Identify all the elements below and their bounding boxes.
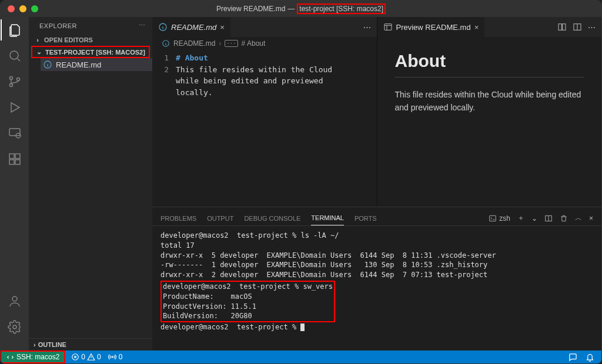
chevron-right-icon: ›: [34, 36, 42, 43]
status-bar: SSH: macos2 0 0 0: [1, 350, 601, 363]
activity-source-control[interactable]: [1, 75, 29, 89]
preview-heading: About: [395, 51, 584, 77]
new-terminal-icon[interactable]: ＋: [517, 213, 524, 223]
text-icon: ···: [225, 40, 238, 47]
panel-tab-terminal[interactable]: TERMINAL: [311, 211, 344, 225]
branch-icon: [8, 75, 22, 89]
svg-point-1: [10, 77, 13, 80]
files-icon: [8, 23, 22, 37]
play-icon: [8, 100, 22, 114]
search-icon: [8, 49, 22, 63]
line-gutter: 1 2: [152, 52, 176, 204]
terminal-highlight: developer@macos2 test-project % sw_vers …: [160, 281, 335, 322]
editor-tabs: README.md × ⋯: [152, 17, 377, 37]
activity-remote-explorer[interactable]: [1, 126, 29, 140]
terminal-prompt: developer@macos2 test-project %: [160, 323, 300, 331]
line-number: 1: [152, 52, 169, 64]
bell-icon[interactable]: [586, 353, 594, 362]
terminal-text: developer@macos2 test-project % ls -lA ~…: [160, 231, 496, 279]
preview-icon: [383, 22, 393, 32]
bottom-panel: PROBLEMS OUTPUT DEBUG CONSOLE TERMINAL P…: [152, 207, 601, 350]
more-icon[interactable]: ⋯: [588, 23, 596, 32]
line-number: 2: [152, 64, 169, 76]
svg-rect-6: [9, 154, 14, 159]
tab-label: Preview README.md: [396, 23, 471, 32]
code-editor[interactable]: 1 2 # About This file resides within the…: [152, 50, 377, 207]
editor-pane: README.md × ⋯ README.md › ··· # About: [152, 17, 377, 207]
breadcrumb-symbol: # About: [242, 39, 266, 48]
tab-preview[interactable]: Preview README.md ×: [377, 17, 486, 37]
terminal-shell-selector[interactable]: zsh: [489, 214, 510, 223]
file-name: README.md: [56, 60, 101, 69]
window-minimize-dot[interactable]: [19, 5, 26, 12]
remote-icon: [8, 126, 22, 140]
svg-rect-15: [384, 24, 392, 31]
project-section[interactable]: ⌄ TEST-PROJECT [SSH: MACOS2]: [31, 46, 150, 58]
status-remote-host[interactable]: SSH: macos2: [2, 352, 64, 362]
info-icon: [158, 22, 168, 32]
tab-label: README.md: [171, 23, 216, 32]
minimap[interactable]: [353, 52, 377, 204]
activity-explorer[interactable]: [1, 23, 29, 37]
activity-extensions[interactable]: [1, 152, 29, 166]
outline-label: OUTLINE: [38, 341, 66, 348]
svg-point-22: [112, 356, 113, 358]
close-icon[interactable]: ×: [220, 23, 225, 32]
feedback-icon[interactable]: [568, 353, 577, 362]
terminal-cursor: [300, 323, 305, 331]
explorer-sidebar: EXPLORER ⋯ › OPEN EDITORS ⌄ TEST-PROJECT…: [29, 17, 152, 350]
window-title: Preview README.md — test-project [SSH: m…: [216, 4, 386, 14]
panel-tab-ports[interactable]: PORTS: [354, 211, 377, 225]
activity-run-debug[interactable]: [1, 100, 29, 114]
activity-bar: [1, 17, 29, 350]
gear-icon: [8, 320, 22, 334]
outline-section[interactable]: › OUTLINE: [29, 338, 152, 350]
tab-readme[interactable]: README.md ×: [152, 17, 231, 37]
file-row-readme[interactable]: README.md: [41, 58, 152, 71]
svg-point-10: [12, 296, 17, 301]
project-label: TEST-PROJECT [SSH: MACOS2]: [45, 49, 145, 56]
more-icon[interactable]: ⋯: [363, 23, 371, 32]
code-line: # About: [176, 53, 208, 62]
panel-tab-debug[interactable]: DEBUG CONSOLE: [244, 211, 300, 225]
terminal-output[interactable]: developer@macos2 test-project % ls -lA ~…: [152, 226, 601, 350]
shell-label: zsh: [499, 214, 510, 223]
layout-icon[interactable]: [573, 22, 582, 32]
close-panel-icon[interactable]: ×: [589, 214, 593, 223]
split-icon[interactable]: [557, 22, 567, 32]
status-ports[interactable]: 0: [108, 353, 123, 361]
info-icon: [162, 39, 170, 48]
radio-icon: [108, 353, 116, 361]
panel-tab-problems[interactable]: PROBLEMS: [160, 211, 196, 225]
window-zoom-dot[interactable]: [31, 5, 38, 12]
svg-rect-19: [490, 215, 496, 221]
breadcrumbs[interactable]: README.md › ··· # About: [152, 37, 377, 50]
svg-point-11: [13, 325, 16, 329]
svg-rect-4: [9, 129, 20, 136]
preview-tabs: Preview README.md × ⋯: [377, 17, 602, 37]
panel-tab-output[interactable]: OUTPUT: [207, 211, 233, 225]
activity-search[interactable]: [1, 49, 29, 63]
svg-rect-7: [9, 160, 14, 164]
maximize-panel-icon[interactable]: ︿: [575, 213, 582, 223]
code-content[interactable]: # About This file resides within the Clo…: [176, 52, 353, 204]
window-close-dot[interactable]: [8, 5, 15, 12]
open-editors-section[interactable]: › OPEN EDITORS: [29, 34, 152, 46]
status-problems[interactable]: 0 0: [71, 353, 101, 361]
preview-paragraph: This file resides within the Cloud while…: [395, 88, 584, 114]
error-icon: [71, 353, 79, 361]
activity-accounts[interactable]: [1, 294, 29, 308]
svg-point-0: [10, 51, 18, 59]
account-icon: [8, 294, 22, 308]
explorer-more-icon[interactable]: ⋯: [139, 22, 146, 29]
titlebar: Preview README.md — test-project [SSH: m…: [1, 1, 601, 17]
split-terminal-icon[interactable]: [544, 214, 553, 223]
chevron-down-icon[interactable]: ⌄: [531, 214, 537, 223]
close-icon[interactable]: ×: [474, 23, 479, 32]
svg-point-3: [17, 78, 20, 81]
title-left: Preview README.md: [216, 5, 285, 13]
trash-icon[interactable]: [560, 214, 568, 223]
chevron-right-icon: ›: [219, 39, 221, 48]
activity-settings[interactable]: [1, 320, 29, 334]
svg-rect-17: [563, 24, 566, 31]
